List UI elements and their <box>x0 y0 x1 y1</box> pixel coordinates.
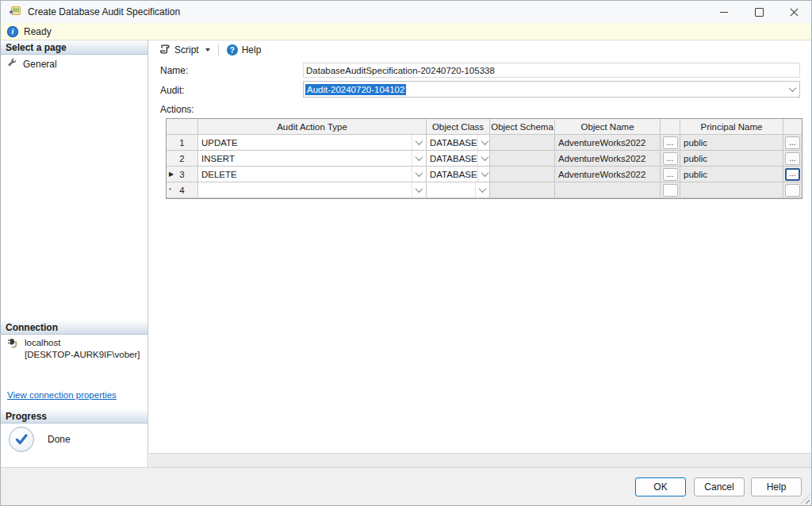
minimize-icon <box>720 12 728 13</box>
cancel-button[interactable]: Cancel <box>694 477 745 496</box>
chevron-down-icon[interactable] <box>477 151 490 166</box>
ok-button[interactable]: OK <box>635 477 686 496</box>
chevron-down-icon[interactable] <box>412 167 426 182</box>
audit-action-type-dropdown[interactable]: UPDATE <box>198 135 427 151</box>
row-header[interactable]: ▶3 <box>167 167 198 182</box>
audit-action-type-dropdown[interactable]: DELETE <box>198 167 427 182</box>
audit-action-type-dropdown[interactable] <box>198 182 427 198</box>
object-name-cell[interactable]: AdventureWorks2022 <box>555 151 661 167</box>
principal-name-cell[interactable]: public <box>680 167 783 182</box>
column-header-object-schema: Object Schema <box>490 119 555 135</box>
row-header[interactable]: 2 <box>167 151 198 167</box>
object-name-browse-button[interactable] <box>663 184 678 197</box>
actions-label: Actions: <box>160 104 194 115</box>
resize-grip[interactable] <box>801 495 810 504</box>
connection-account: [DESKTOP-AURK9IF\vober] <box>25 349 140 361</box>
chevron-down-icon[interactable] <box>412 135 426 150</box>
pane-bottom-strip <box>149 453 811 467</box>
progress-header: Progress <box>1 409 147 424</box>
principal-name-browse-button-cell: ... <box>783 151 802 167</box>
script-button[interactable]: Script <box>155 42 214 59</box>
script-button-label: Script <box>174 44 199 56</box>
help-footer-button[interactable]: Help <box>751 477 802 496</box>
object-class-dropdown[interactable]: DATABASE <box>427 167 490 182</box>
object-name-browse-button-cell: ... <box>661 135 680 151</box>
toolbar-separator <box>218 44 219 56</box>
wrench-icon <box>7 58 17 71</box>
principal-name-cell[interactable] <box>680 182 783 198</box>
object-schema-cell[interactable] <box>490 182 555 198</box>
name-label: Name: <box>160 65 188 76</box>
principal-name-browse-button[interactable] <box>785 184 800 197</box>
principal-name-browse-button[interactable]: ... <box>785 168 800 181</box>
minimize-button[interactable] <box>707 1 741 23</box>
row-header[interactable]: *4 <box>167 182 198 198</box>
object-class-dropdown[interactable] <box>427 182 490 198</box>
object-class-dropdown[interactable]: DATABASE <box>427 151 490 167</box>
object-schema-cell[interactable] <box>490 151 555 167</box>
column-header-blank-7 <box>783 119 802 135</box>
object-name-browse-button-cell: ... <box>661 151 680 167</box>
name-input[interactable] <box>303 63 800 78</box>
object-name-browse-button[interactable]: ... <box>663 168 678 181</box>
chevron-down-icon <box>205 48 210 52</box>
progress-status-text: Done <box>48 434 71 445</box>
view-connection-properties-link[interactable]: View connection properties <box>7 390 117 400</box>
object-name-browse-button[interactable]: ... <box>663 136 678 149</box>
help-button-label: Help <box>242 44 262 56</box>
principal-name-browse-button-cell <box>783 182 802 198</box>
chevron-down-icon[interactable] <box>412 151 426 166</box>
maximize-icon <box>755 8 764 17</box>
audit-selected-value: Audit-20240720-104102 <box>305 84 406 95</box>
connection-header: Connection <box>1 320 147 335</box>
column-header-blank-0 <box>167 119 198 135</box>
server-connection-icon <box>7 337 19 361</box>
column-header-object-class: Object Class <box>427 119 490 135</box>
audit-specification-icon <box>9 6 21 18</box>
script-icon <box>159 44 170 57</box>
column-header-audit-action-type: Audit Action Type <box>198 119 427 135</box>
object-class-dropdown[interactable]: DATABASE <box>427 135 490 151</box>
audit-combobox[interactable]: Audit-20240720-104102 <box>303 81 800 98</box>
principal-name-browse-button-cell: ... <box>783 135 802 151</box>
audit-action-type-dropdown[interactable]: INSERT <box>198 151 427 167</box>
help-button[interactable]: ? Help <box>223 43 266 57</box>
window-controls <box>707 1 811 23</box>
chevron-down-icon[interactable] <box>475 182 489 197</box>
principal-name-cell[interactable]: public <box>680 135 783 151</box>
chevron-down-icon[interactable] <box>477 167 490 182</box>
chevron-down-icon[interactable] <box>412 182 426 197</box>
object-name-cell[interactable]: AdventureWorks2022 <box>555 167 661 182</box>
object-name-browse-button-cell <box>661 182 680 198</box>
help-icon: ? <box>227 44 238 56</box>
column-header-principal-name: Principal Name <box>680 119 783 135</box>
actions-table: Audit Action TypeObject ClassObject Sche… <box>166 118 802 199</box>
object-name-browse-button-cell: ... <box>661 167 680 182</box>
row-header[interactable]: 1 <box>167 135 198 151</box>
footer-bar: OK Cancel Help <box>1 467 811 505</box>
main-pane: Script ? Help Name: Audit: Audit-2024072… <box>149 40 811 467</box>
sidebar-item-label: General <box>23 59 57 70</box>
object-name-cell[interactable]: AdventureWorks2022 <box>555 135 661 151</box>
done-check-icon <box>9 427 34 452</box>
status-bar: i Ready <box>1 23 811 40</box>
maximize-button[interactable] <box>741 1 776 23</box>
window-title: Create Database Audit Specification <box>28 6 180 17</box>
column-header-object-name: Object Name <box>555 119 661 135</box>
principal-name-browse-button-cell: ... <box>783 167 802 182</box>
object-name-browse-button[interactable]: ... <box>663 152 678 165</box>
chevron-down-icon[interactable] <box>477 135 490 150</box>
sidebar: Select a page General Connection localho… <box>1 40 148 467</box>
dialog-window: Create Database Audit Specification i Re… <box>0 0 812 506</box>
audit-label: Audit: <box>160 85 185 96</box>
principal-name-browse-button[interactable]: ... <box>785 136 800 149</box>
object-schema-cell[interactable] <box>490 167 555 182</box>
status-text: Ready <box>24 26 52 37</box>
sidebar-item-general[interactable]: General <box>1 57 147 71</box>
object-name-cell[interactable] <box>555 182 661 198</box>
principal-name-browse-button[interactable]: ... <box>785 152 800 165</box>
close-button[interactable] <box>776 1 811 23</box>
principal-name-cell[interactable]: public <box>680 151 783 167</box>
audit-dropdown-arrow[interactable] <box>785 82 799 97</box>
object-schema-cell[interactable] <box>490 135 555 151</box>
